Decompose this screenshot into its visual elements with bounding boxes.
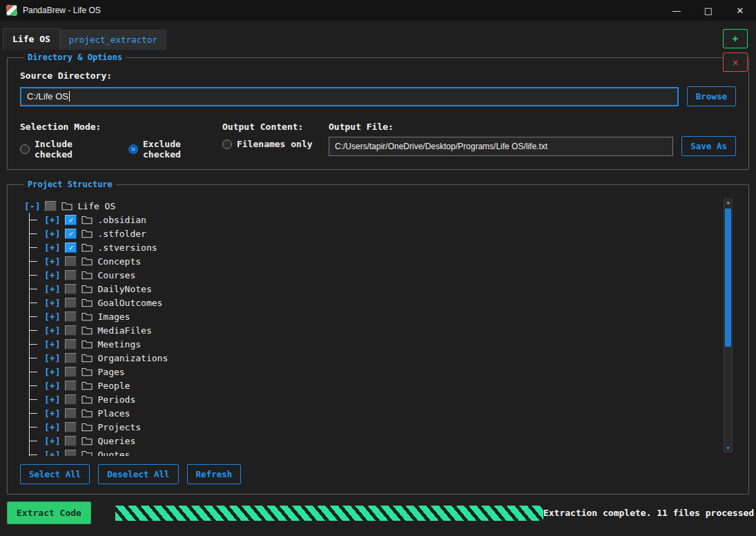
tree-expander[interactable]: [+] (44, 242, 60, 253)
app-icon (6, 5, 17, 16)
source-directory-input[interactable]: C:/Life OS (20, 87, 679, 106)
save-as-button[interactable]: Save As (681, 136, 736, 156)
tree-checkbox[interactable] (65, 353, 77, 363)
folder-icon (81, 298, 93, 307)
tree-checkbox[interactable] (45, 201, 57, 211)
tree-list: [-] Life OS [+] .obsidian [+] .stfolder (20, 195, 736, 456)
tree-item-label[interactable]: Concepts (97, 256, 141, 267)
select-all-button[interactable]: Select All (20, 464, 90, 484)
tree-checkbox[interactable] (65, 436, 77, 446)
folder-icon (81, 256, 93, 266)
tree-item-label[interactable]: .obsidian (97, 215, 146, 225)
tree-checkbox[interactable] (65, 408, 77, 419)
tree-checkbox[interactable] (65, 242, 77, 253)
scrollbar-thumb[interactable] (725, 209, 731, 347)
tree-expander[interactable]: [+] (44, 312, 60, 322)
tree-checkbox[interactable] (65, 450, 77, 457)
folder-icon (81, 284, 93, 294)
tree-checkbox[interactable] (65, 422, 77, 432)
include-checked-radio[interactable] (20, 144, 30, 154)
tree-row: [+] .obsidian (24, 213, 715, 227)
tree-connector-icon (24, 254, 39, 268)
exclude-checked-radio[interactable] (128, 144, 138, 154)
extract-code-button[interactable]: Extract Code (7, 501, 91, 524)
tree-expander[interactable]: [+] (44, 270, 60, 280)
tree-item-label[interactable]: GoalOutcomes (97, 298, 162, 308)
tree-row: [+] Pages (24, 365, 715, 379)
tab-life-os[interactable]: Life OS (3, 28, 60, 50)
tree-connector-icon (24, 434, 39, 448)
scroll-up-icon[interactable]: ▲ (726, 199, 729, 206)
tree-expander[interactable]: [+] (44, 215, 60, 225)
tree-expander[interactable]: [+] (44, 229, 60, 239)
tree-expander[interactable]: [+] (44, 422, 60, 432)
tree-expander[interactable]: [+] (44, 381, 60, 391)
folder-icon (81, 242, 93, 252)
tree-connector-icon (24, 420, 39, 434)
browse-button[interactable]: Browse (687, 86, 736, 106)
tree-expander[interactable]: [+] (44, 450, 60, 457)
tree-expander[interactable]: [+] (44, 367, 60, 377)
tree-expander[interactable]: [+] (44, 436, 60, 446)
tree-connector-icon (24, 268, 39, 282)
tree-expander[interactable]: [+] (44, 298, 60, 308)
tree-checkbox[interactable] (65, 215, 77, 225)
tree-expander[interactable]: [+] (44, 284, 60, 294)
folder-icon (81, 325, 93, 335)
tree-checkbox[interactable] (65, 381, 77, 391)
tree-item-label[interactable]: Periods (97, 394, 135, 405)
filenames-only-radio[interactable] (222, 140, 232, 149)
tree-item-label[interactable]: Pages (97, 367, 124, 377)
folder-icon (81, 229, 93, 238)
tree-checkbox[interactable] (65, 270, 77, 280)
tree-expander[interactable]: [+] (44, 394, 60, 405)
tree-item-label[interactable]: Images (97, 312, 130, 322)
scroll-down-icon[interactable]: ▼ (726, 445, 729, 452)
tree-expander[interactable]: [+] (44, 256, 60, 267)
tab-project-extractor[interactable]: project_extractor (60, 30, 166, 50)
tree-expander[interactable]: [+] (44, 408, 60, 419)
tree-item-label[interactable]: .stfolder (97, 229, 146, 239)
tree-item-label[interactable]: Organizations (97, 353, 168, 363)
tree-item-label[interactable]: .stversions (97, 242, 157, 253)
tree-checkbox[interactable] (65, 367, 77, 377)
tree-checkbox[interactable] (65, 312, 77, 322)
tree-expander[interactable]: [+] (44, 339, 60, 350)
close-tab-button[interactable]: ✕ (723, 52, 748, 72)
add-tab-button[interactable]: + (723, 29, 748, 48)
tree-expander[interactable]: [-] (24, 201, 40, 211)
tree-item-label[interactable]: Courses (97, 270, 135, 280)
filenames-only-label[interactable]: Filenames only (237, 139, 313, 149)
tree-checkbox[interactable] (65, 394, 77, 405)
output-file-input[interactable]: C:/Users/tapir/OneDrive/Desktop/Programs… (329, 137, 673, 156)
tree-checkbox[interactable] (65, 339, 77, 350)
tree-expander[interactable]: [+] (44, 353, 60, 363)
tree-item-label[interactable]: DailyNotes (97, 284, 151, 294)
maximize-button[interactable]: □ (692, 0, 724, 21)
output-content-label: Output Content: (222, 122, 329, 132)
tree-item-label[interactable]: Projects (97, 422, 141, 432)
deselect-all-button[interactable]: Deselect All (98, 464, 178, 484)
tree-expander[interactable]: [+] (44, 325, 60, 336)
exclude-checked-label[interactable]: Exclude checked (143, 139, 222, 160)
tree-item-label[interactable]: Queries (97, 436, 135, 446)
tree-root-row: [-] Life OS (24, 199, 715, 213)
tree-item-label[interactable]: MediaFiles (97, 325, 151, 336)
include-checked-label[interactable]: Include checked (35, 139, 114, 160)
tree-item-label[interactable]: Places (97, 408, 130, 419)
tree-checkbox[interactable] (65, 256, 77, 267)
refresh-button[interactable]: Refresh (187, 464, 242, 484)
tree-checkbox[interactable] (65, 229, 77, 239)
minimize-button[interactable]: — (661, 0, 692, 21)
tree-checkbox[interactable] (65, 298, 77, 308)
tree-item-label[interactable]: Life OS (77, 201, 115, 211)
folder-icon (81, 436, 93, 446)
tree-scrollbar[interactable]: ▲ ▼ (724, 198, 733, 452)
tree-connector-icon (24, 379, 39, 392)
tree-item-label[interactable]: People (97, 381, 130, 391)
tree-item-label[interactable]: Quotes (97, 450, 130, 457)
tree-checkbox[interactable] (65, 284, 77, 294)
tree-checkbox[interactable] (65, 325, 77, 336)
tree-item-label[interactable]: Meetings (97, 339, 141, 350)
close-button[interactable]: ✕ (724, 0, 756, 21)
